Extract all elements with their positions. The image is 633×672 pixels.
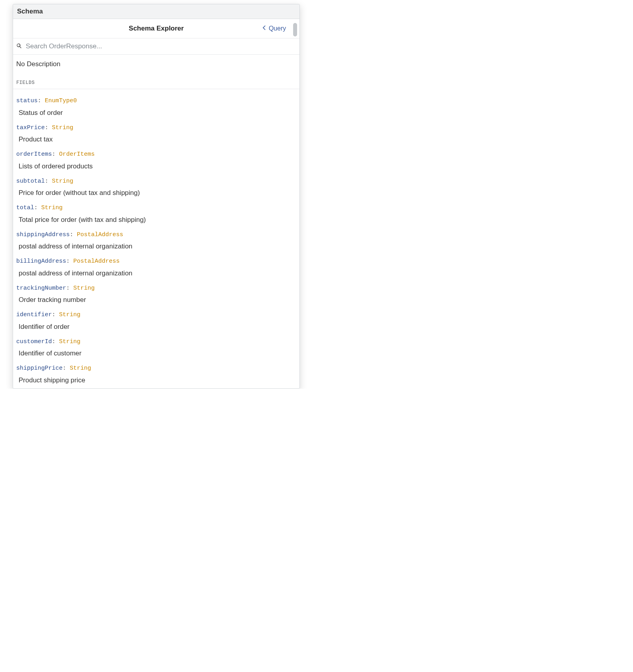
field-description: Identifier of customer — [16, 349, 296, 357]
field-row: status: EnumType0Status of order — [16, 92, 296, 119]
field-name[interactable]: subtotal — [16, 178, 45, 185]
search-row — [13, 38, 299, 55]
field-type[interactable]: String — [52, 178, 73, 185]
field-colon: : — [34, 204, 41, 211]
field-signature: subtotal: String — [16, 178, 296, 185]
field-description: Status of order — [16, 109, 296, 117]
field-signature: orderItems: OrderItems — [16, 151, 296, 158]
field-name[interactable]: customerId — [16, 338, 52, 345]
field-signature: billingAddress: PostalAddress — [16, 258, 296, 265]
field-type[interactable]: String — [52, 124, 73, 131]
field-description: postal address of internal organization — [16, 242, 296, 250]
search-input[interactable] — [26, 42, 296, 50]
field-colon: : — [52, 151, 59, 158]
field-name[interactable]: billingAddress — [16, 258, 66, 265]
field-name[interactable]: shippingPrice — [16, 365, 63, 372]
field-description: Product shipping price — [16, 376, 296, 384]
field-name[interactable]: trackingNumber — [16, 285, 66, 292]
field-signature: taxPrice: String — [16, 124, 296, 132]
field-description: Identifier of order — [16, 323, 296, 331]
back-link-label: Query — [269, 25, 286, 32]
search-icon — [16, 43, 23, 50]
field-colon: : — [52, 338, 59, 345]
field-type[interactable]: String — [41, 204, 63, 211]
explorer-title: Schema Explorer — [129, 25, 184, 32]
panel-title: Schema — [13, 4, 299, 19]
field-colon: : — [66, 258, 73, 265]
field-type[interactable]: PostalAddress — [77, 231, 123, 238]
field-row: shippingPrice: StringProduct shipping pr… — [16, 360, 296, 387]
back-query-link[interactable]: Query — [262, 25, 286, 32]
field-description: postal address of internal organization — [16, 269, 296, 277]
field-row: trackingNumber: StringOrder tracking num… — [16, 280, 296, 307]
field-row: taxPrice: StringProduct tax — [16, 119, 296, 146]
field-type[interactable]: EnumType0 — [45, 97, 77, 104]
field-description: Order tracking number — [16, 296, 296, 304]
field-description: Price for order (without tax and shippin… — [16, 189, 296, 197]
field-description: Lists of ordered products — [16, 162, 296, 170]
chevron-left-icon — [262, 25, 266, 32]
field-signature: status: EnumType0 — [16, 97, 296, 105]
field-colon: : — [70, 231, 77, 238]
fields-list: status: EnumType0Status of ordertaxPrice… — [13, 89, 299, 388]
field-row: subtotal: StringPrice for order (without… — [16, 173, 296, 200]
field-name[interactable]: identifier — [16, 311, 52, 318]
scrollbar-thumb[interactable] — [293, 23, 297, 36]
field-colon: : — [45, 124, 52, 131]
explorer-header: Schema Explorer Query — [13, 19, 299, 38]
field-colon: : — [63, 365, 70, 372]
field-name[interactable]: total — [16, 204, 34, 211]
field-type[interactable]: String — [59, 338, 80, 345]
field-type[interactable]: String — [73, 285, 95, 292]
field-signature: shippingAddress: PostalAddress — [16, 231, 296, 239]
field-row: orderItems: OrderItemsLists of ordered p… — [16, 146, 296, 173]
field-signature: shippingPrice: String — [16, 365, 296, 372]
field-signature: customerId: String — [16, 338, 296, 346]
field-colon: : — [45, 178, 52, 185]
schema-panel: Schema Schema Explorer Query No Descript… — [13, 4, 300, 389]
type-description: No Description — [13, 55, 299, 71]
field-type[interactable]: String — [70, 365, 91, 372]
field-row: identifier: StringIdentifier of order — [16, 306, 296, 333]
field-type[interactable]: String — [59, 311, 80, 318]
field-name[interactable]: taxPrice — [16, 124, 45, 131]
field-description: Total price for order (with tax and ship… — [16, 216, 296, 224]
field-row: total: StringTotal price for order (with… — [16, 199, 296, 226]
field-name[interactable]: orderItems — [16, 151, 52, 158]
field-name[interactable]: shippingAddress — [16, 231, 70, 238]
field-signature: total: String — [16, 204, 296, 212]
field-colon: : — [38, 97, 45, 104]
field-colon: : — [66, 285, 73, 292]
field-row: billingAddress: PostalAddresspostal addr… — [16, 253, 296, 280]
field-name[interactable]: status — [16, 97, 38, 104]
field-row: shippingAddress: PostalAddresspostal add… — [16, 226, 296, 253]
fields-section-label: FIELDS — [13, 71, 299, 89]
field-type[interactable]: OrderItems — [59, 151, 95, 158]
field-type[interactable]: PostalAddress — [73, 258, 120, 265]
field-signature: trackingNumber: String — [16, 284, 296, 292]
field-colon: : — [52, 311, 59, 318]
field-row: customerId: StringIdentifier of customer — [16, 333, 296, 360]
field-description: Product tax — [16, 136, 296, 143]
field-signature: identifier: String — [16, 311, 296, 319]
